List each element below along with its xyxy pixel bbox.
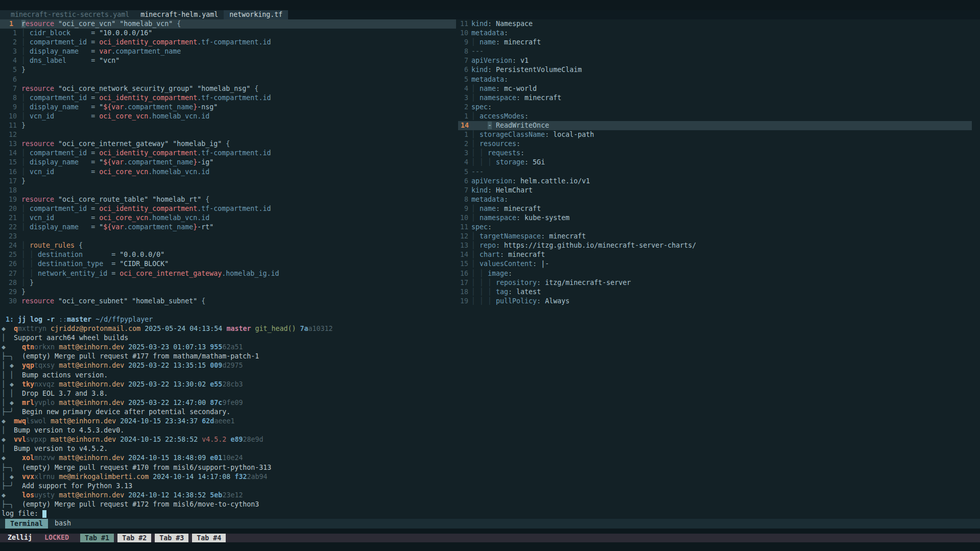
- terminal-line: │ │ Bump actions version.: [2, 371, 980, 380]
- code-line: 15│ display_name = "${var.compartment_na…: [0, 158, 456, 167]
- line-number: 3: [458, 93, 471, 103]
- code-line: 15│ valuesContent: |-: [458, 259, 972, 269]
- editor-pane-networking-tf[interactable]: 1resource "oci_core_vcn" "homelab_vcn" {…: [0, 19, 456, 315]
- code-line: 5}: [0, 65, 456, 75]
- line-number: 15: [0, 158, 21, 167]
- line-number: 14: [458, 250, 471, 259]
- zellij-status-bar: Zellij LOCKED Tab #1Tab #2Tab #3Tab #4: [0, 534, 980, 542]
- code-line: 10│ vcn_id = oci_core_vcn.homelab_vcn.id: [0, 112, 456, 121]
- zellij-tab[interactable]: Tab #1: [80, 534, 114, 542]
- terminal-line: │ │ Drop EOL 3.7 and 3.8.: [2, 389, 980, 398]
- line-number: 27: [0, 269, 21, 278]
- buffer-tab[interactable]: minecraft-restic-secrets.yaml: [5, 10, 135, 19]
- zellij-session: minecraft-restic-secrets.yamlminecraft-h…: [0, 0, 980, 551]
- line-number: 10: [0, 112, 21, 121]
- line-number: 2: [0, 38, 21, 47]
- terminal-line: ├─╯ Begin new primary device after poten…: [2, 408, 980, 417]
- line-number: 3: [458, 149, 471, 158]
- line-number: 11: [458, 19, 471, 29]
- code-line: 29}: [0, 288, 456, 297]
- terminal-line: ├─╮ (empty) Merge pull request #170 from…: [2, 463, 980, 472]
- line-number: 16: [458, 269, 471, 278]
- code-line: 6: [0, 75, 456, 84]
- terminal-line: ◆ qtnorkxn matt@einhorn.dev 2025-03-23 0…: [2, 343, 980, 352]
- line-number: 18: [458, 288, 471, 297]
- line-number: 12: [458, 232, 471, 241]
- line-number: 30: [0, 297, 21, 306]
- code-line: 1│ accessModes:: [458, 112, 972, 121]
- line-number: 6: [458, 65, 471, 75]
- line-number: 19: [458, 297, 471, 306]
- zellij-tab[interactable]: Tab #3: [155, 534, 188, 542]
- code-line: 21│ vcn_id = oci_core_vcn.homelab_vcn.id: [0, 213, 456, 223]
- code-line: 5---: [458, 167, 972, 177]
- buffer-tab[interactable]: networking.tf: [224, 10, 288, 19]
- editor-pane-minecraft-helm-yaml[interactable]: 11kind: Namespace10metadata:9│ name: min…: [458, 19, 980, 315]
- code-line: 2│ resources:: [458, 139, 972, 149]
- code-line: 24│ route_rules {: [0, 241, 456, 250]
- line-number: 1: [0, 29, 21, 38]
- code-line: 30resource "oci_core_subnet" "homelab_su…: [0, 297, 456, 306]
- line-number: 7: [458, 56, 471, 65]
- line-number: 13: [458, 241, 471, 250]
- terminal-tab-bar: Terminal bash: [0, 519, 980, 529]
- terminal-line: ◆ qmxttryn cjriddz@protonmail.com 2025-0…: [2, 324, 980, 333]
- terminal-line: ├─╮ (empty) Merge pull request #177 from…: [2, 352, 980, 361]
- line-number: 1: [458, 130, 471, 139]
- terminal-tab-badge[interactable]: Terminal: [5, 519, 48, 529]
- code-line: 11kind: Namespace: [458, 19, 972, 29]
- terminal-line: │ ◆ vvxxlrnu me@mirkogalimberti.com 2024…: [2, 472, 980, 482]
- code-line: 22│ display_name = "${var.compartment_na…: [0, 223, 456, 232]
- line-number: 11: [458, 223, 471, 232]
- line-number: 6: [458, 177, 471, 186]
- line-number: 3: [0, 47, 21, 56]
- zellij-tab[interactable]: Tab #4: [192, 534, 226, 542]
- terminal-line: │ Bump version to 4.5.3.dev0.: [2, 426, 980, 435]
- terminal-line: ├─╯ Add support for Python 3.13: [2, 482, 980, 491]
- terminal-pane[interactable]: 1: jj log -r ::master ~/d/ffpyplayer◆ qm…: [0, 315, 980, 519]
- line-number: 19: [0, 195, 21, 204]
- code-line: 14│ │ - ReadWriteOnce: [458, 121, 972, 130]
- code-line: 11}: [0, 121, 456, 130]
- terminal-cursor: [42, 510, 46, 518]
- line-number: 5: [458, 167, 471, 177]
- terminal-line: 1: jj log -r ::master ~/d/ffpyplayer: [2, 315, 980, 324]
- code-line: 9│ display_name = "${var.compartment_nam…: [0, 103, 456, 112]
- terminal-line: │ Bump version to v4.5.2.: [2, 444, 980, 453]
- zellij-tab[interactable]: Tab #2: [117, 534, 151, 542]
- code-line: 28│ }: [0, 278, 456, 288]
- zellij-tabs: Tab #1Tab #2Tab #3Tab #4: [80, 534, 226, 542]
- line-number: 17: [0, 177, 21, 186]
- line-number: 2: [458, 103, 471, 112]
- line-number: 11: [0, 121, 21, 130]
- line-number: 1: [458, 112, 471, 121]
- line-number: 8: [458, 195, 471, 204]
- line-number: 12: [0, 130, 21, 139]
- bufferline-tabs: minecraft-restic-secrets.yamlminecraft-h…: [0, 10, 288, 19]
- terminal-line: │ ◆ yqptqxsy matt@einhorn.dev 2025-03-22…: [2, 361, 980, 370]
- code-line: 9│ name: minecraft: [458, 204, 972, 213]
- line-number: 10: [458, 29, 471, 38]
- line-number: 16: [0, 167, 21, 177]
- buffer-tab[interactable]: minecraft-helm.yaml: [135, 10, 224, 19]
- terminal-input-row[interactable]: log file:: [2, 509, 980, 518]
- code-line: 14│ chart: minecraft: [458, 250, 972, 259]
- line-number: 7: [458, 186, 471, 195]
- code-line: 10│ namespace: kube-system: [458, 213, 972, 223]
- line-number: 23: [0, 232, 21, 241]
- code-line: 13resource "oci_core_internet_gateway" "…: [0, 139, 456, 149]
- code-line: 3│ display_name = var.compartment_name: [0, 47, 456, 56]
- code-line: 18: [0, 186, 456, 195]
- line-number: 25: [0, 250, 21, 259]
- code-line: 23: [0, 232, 456, 241]
- code-line: 5metadata:: [458, 75, 972, 84]
- line-number: 4: [458, 158, 471, 167]
- line-number: 24: [0, 241, 21, 250]
- line-number: 18: [0, 186, 21, 195]
- line-number: 14: [0, 149, 21, 158]
- code-line: 6kind: PersistentVolumeClaim: [458, 65, 972, 75]
- line-number: 22: [0, 223, 21, 232]
- code-line: 1resource "oci_core_vcn" "homelab_vcn" {: [0, 19, 456, 29]
- code-line: 18│ │ │ tag: latest: [458, 288, 972, 297]
- code-line: 1│ cidr_block = "10.0.0.0/16": [0, 29, 456, 38]
